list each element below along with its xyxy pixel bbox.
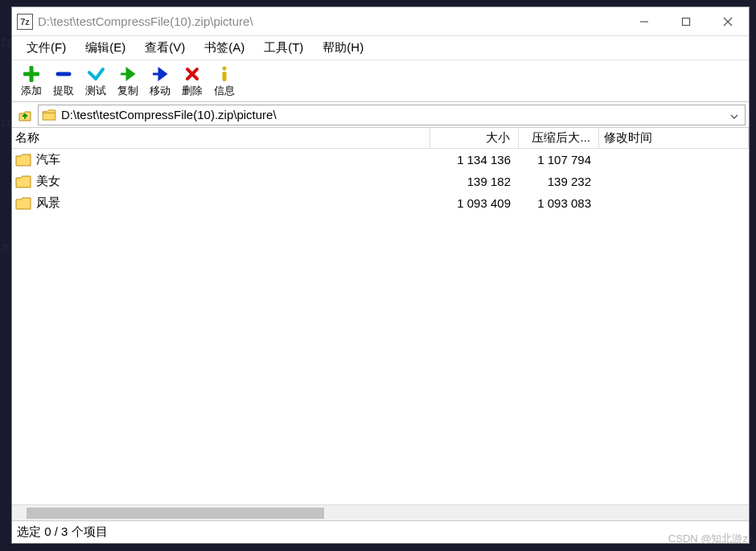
extract-button[interactable]: 提取 [47, 62, 80, 101]
list-item[interactable]: 汽车 1 134 136 1 107 794 [12, 149, 749, 171]
list-header: 名称 大小 压缩后大... 修改时间 [12, 128, 749, 149]
item-name: 汽车 [36, 152, 60, 167]
item-size: 1 093 409 [430, 196, 519, 210]
column-name[interactable]: 名称 [12, 128, 430, 148]
statusbar: 选定 0 / 3 个项目 [12, 520, 749, 543]
info-label: 信息 [214, 84, 235, 98]
close-button[interactable] [707, 7, 749, 36]
menu-help[interactable]: 帮助(H) [314, 37, 372, 59]
path-input[interactable]: D:\test\testCompressFile(10).zip\picture… [38, 105, 746, 125]
test-button[interactable]: 测试 [80, 62, 112, 101]
column-modified[interactable]: 修改时间 [599, 128, 749, 148]
menubar: 文件(F) 编辑(E) 查看(V) 书签(A) 工具(T) 帮助(H) [12, 36, 749, 60]
minus-icon [55, 64, 72, 84]
menu-file[interactable]: 文件(F) [18, 37, 74, 59]
item-packed: 1 107 794 [519, 153, 599, 167]
horizontal-scrollbar[interactable] [12, 504, 749, 520]
maximize-icon [681, 17, 691, 27]
move-button[interactable]: 移动 [144, 62, 176, 101]
column-size[interactable]: 大小 [430, 128, 519, 148]
list-item[interactable]: 美女 139 182 139 232 [12, 171, 749, 192]
window-title: D:\test\testCompressFile(10).zip\picture… [38, 14, 623, 28]
app-icon: 7z [17, 14, 33, 30]
column-packed-size[interactable]: 压缩后大... [519, 128, 599, 148]
item-packed: 139 232 [519, 175, 599, 188]
menu-edit[interactable]: 编辑(E) [77, 37, 134, 59]
item-size: 139 182 [430, 175, 519, 188]
minimize-icon [639, 17, 649, 27]
folder-icon [15, 154, 31, 167]
file-list: 汽车 1 134 136 1 107 794 美女 139 182 139 23… [12, 149, 749, 504]
folder-icon [42, 109, 56, 121]
path-text: D:\test\testCompressFile(10).zip\picture… [61, 108, 727, 121]
add-button[interactable]: 添加 [15, 62, 47, 101]
x-icon [184, 64, 200, 84]
up-folder-icon [18, 108, 32, 122]
move-label: 移动 [150, 84, 171, 98]
path-dropdown[interactable] [727, 109, 742, 121]
window-controls [623, 7, 749, 36]
watermark: CSDN @知北游z [668, 532, 748, 546]
plus-icon [23, 64, 39, 84]
copy-label: 复制 [117, 84, 138, 98]
menu-view[interactable]: 查看(V) [137, 37, 193, 59]
scrollbar-thumb[interactable] [27, 508, 324, 519]
item-packed: 1 093 083 [519, 196, 599, 210]
svg-rect-1 [683, 18, 690, 25]
delete-button[interactable]: 删除 [176, 62, 208, 101]
info-icon [216, 64, 232, 84]
toolbar: 添加 提取 测试 复制 移动 [12, 60, 749, 102]
folder-icon [15, 175, 31, 188]
check-icon [87, 64, 105, 84]
menu-bookmarks[interactable]: 书签(A) [196, 37, 253, 59]
arrow-right-green-icon [119, 64, 137, 84]
extract-label: 提取 [53, 84, 74, 98]
status-text: 选定 0 / 3 个项目 [17, 524, 108, 540]
svg-rect-6 [223, 72, 227, 81]
app-window: 7z D:\test\testCompressFile(10).zip\pict… [11, 6, 750, 544]
chevron-down-icon [730, 114, 738, 119]
up-button[interactable] [15, 105, 35, 125]
bg-code-hint: 本 [0, 241, 11, 256]
test-label: 测试 [85, 84, 106, 98]
close-icon [723, 17, 733, 27]
delete-label: 删除 [182, 84, 203, 98]
svg-point-5 [223, 67, 227, 71]
add-label: 添加 [21, 84, 42, 98]
minimize-button[interactable] [623, 7, 665, 36]
path-bar: D:\test\testCompressFile(10).zip\picture… [12, 102, 749, 128]
item-size: 1 134 136 [430, 153, 519, 167]
arrow-right-blue-icon [151, 64, 169, 84]
copy-button[interactable]: 复制 [112, 62, 144, 101]
folder-icon [15, 197, 31, 210]
list-item[interactable]: 风景 1 093 409 1 093 083 [12, 192, 749, 214]
menu-tools[interactable]: 工具(T) [256, 37, 311, 59]
maximize-button[interactable] [665, 7, 707, 36]
info-button[interactable]: 信息 [208, 62, 240, 101]
titlebar: 7z D:\test\testCompressFile(10).zip\pict… [12, 7, 749, 36]
item-name: 美女 [36, 174, 60, 189]
item-name: 风景 [36, 195, 60, 211]
